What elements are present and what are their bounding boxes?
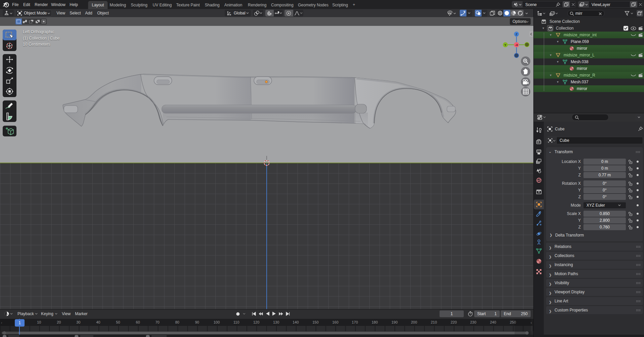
svg-text:Z: Z [516,32,518,36]
svg-text:Y: Y [504,43,507,47]
svg-text:-X: -X [515,43,518,47]
